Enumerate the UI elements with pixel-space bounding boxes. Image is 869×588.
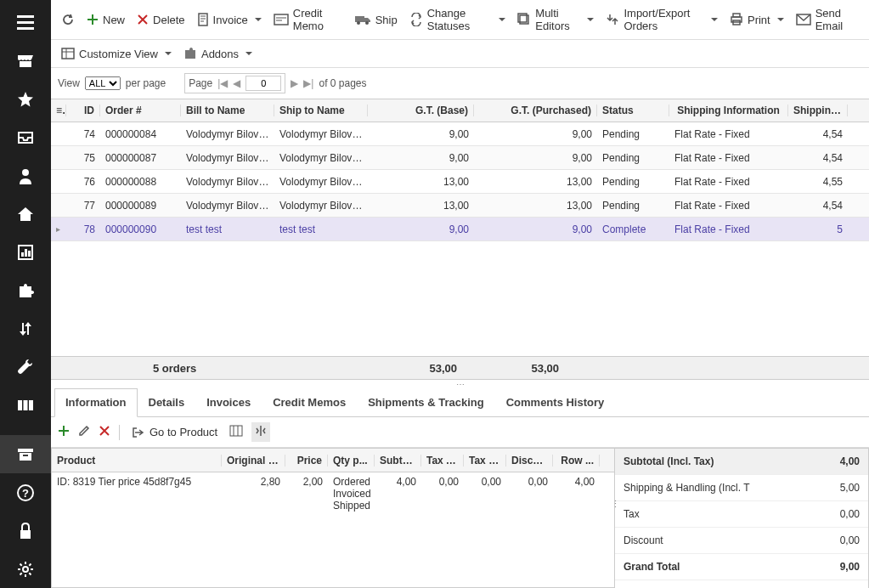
bottom-panels: Product Original Pr... Price Qty p... Su… — [51, 448, 869, 588]
per-page-select[interactable]: ALL — [85, 76, 121, 90]
header-gtb[interactable]: G.T. (Base) — [368, 105, 474, 116]
tab-invoices[interactable]: Invoices — [195, 388, 262, 416]
table-row[interactable]: 76 000000088 Volodymyr Bilovus Volodymyr… — [51, 170, 869, 194]
tab-shipments[interactable]: Shipments & Tracking — [357, 388, 495, 416]
next-page-button[interactable]: ▶ — [291, 77, 298, 89]
refresh-button[interactable] — [58, 11, 78, 28]
header-shipinfo[interactable]: Shipping Information — [669, 105, 788, 116]
change-statuses-button[interactable]: Change Statuses — [406, 5, 510, 34]
first-page-button[interactable]: |◀ — [217, 77, 228, 89]
footer-gtb: 53,00 — [274, 362, 457, 375]
chart-icon[interactable] — [0, 233, 51, 271]
header-status[interactable]: Status — [597, 105, 669, 116]
puzzle-icon[interactable] — [0, 271, 51, 309]
ship-button[interactable]: Ship — [351, 12, 401, 28]
svg-rect-9 — [24, 400, 28, 410]
ship-label: Ship — [375, 14, 398, 26]
svg-rect-5 — [21, 252, 24, 257]
star-icon[interactable] — [0, 80, 51, 118]
tab-comments[interactable]: Comments History — [495, 388, 616, 416]
menu-icon[interactable] — [0, 3, 51, 42]
new-button[interactable]: New — [83, 12, 128, 28]
header-order[interactable]: Order # — [100, 105, 181, 116]
delete-line-button[interactable] — [99, 425, 110, 439]
inbox-icon[interactable] — [0, 118, 51, 156]
header-gtp[interactable]: G.T. (Purchased) — [474, 105, 597, 116]
help-icon[interactable]: ? — [0, 473, 51, 512]
table-row[interactable]: ▸ 78 000000090 test test test test 9,00 … — [51, 218, 869, 241]
orders-grid-header: ≡ ID Order # Bill to Name Ship to Name G… — [51, 99, 869, 122]
add-line-button[interactable] — [58, 425, 70, 439]
table-row[interactable]: 74 000000084 Volodymyr Bilovus Volodymyr… — [51, 122, 869, 146]
delete-label: Delete — [153, 14, 185, 26]
page-input[interactable] — [245, 76, 281, 91]
edit-line-button[interactable] — [78, 425, 90, 439]
import-export-button[interactable]: Import/Export Orders — [602, 5, 721, 34]
multi-editors-label: Multi Editors — [535, 7, 580, 32]
customize-view-label: Customize View — [79, 48, 158, 60]
header-ship[interactable]: Ship to Name — [274, 105, 368, 116]
line-ta: 0,00 — [421, 476, 464, 488]
svg-rect-18 — [199, 14, 207, 25]
tab-credit-memos[interactable]: Credit Memos — [262, 388, 357, 416]
user-icon[interactable] — [0, 156, 51, 195]
col-qty[interactable]: Qty p... — [328, 455, 375, 466]
header-shipcost[interactable]: Shipping ... — [788, 105, 848, 116]
tab-details[interactable]: Details — [138, 388, 196, 416]
line-sub: 4,00 — [375, 476, 421, 488]
addons-button[interactable]: Addons — [180, 45, 256, 62]
tax-label: Tax — [624, 508, 640, 520]
columns-icon[interactable] — [0, 386, 51, 424]
print-button[interactable]: Print — [726, 11, 787, 28]
lock-icon[interactable] — [0, 512, 51, 550]
col-original-price[interactable]: Original Pr... — [222, 455, 285, 466]
goto-product-button[interactable]: Go to Product — [128, 424, 221, 440]
left-sidebar: ? — [0, 0, 51, 588]
table-row[interactable]: 77 000000089 Volodymyr Bilovus Volodymyr… — [51, 194, 869, 218]
col-product[interactable]: Product — [52, 455, 222, 466]
prev-page-button[interactable]: ◀ — [233, 77, 240, 89]
subtotal-label: Subtotal (Incl. Tax) — [624, 455, 714, 467]
header-bill[interactable]: Bill to Name — [181, 105, 274, 116]
col-discount[interactable]: Disco... — [506, 455, 553, 466]
delete-button[interactable]: Delete — [133, 12, 189, 28]
page-label: Page — [189, 77, 212, 89]
totals-panel: Subtotal (Incl. Tax)4,00 Shipping & Hand… — [614, 448, 869, 588]
home-icon[interactable] — [0, 195, 51, 233]
store-icon[interactable] — [0, 42, 51, 80]
svg-rect-10 — [29, 400, 33, 410]
header-indicator: ≡ — [51, 105, 66, 116]
svg-point-21 — [357, 21, 360, 25]
columns-button[interactable] — [229, 425, 243, 439]
col-price[interactable]: Price — [285, 455, 328, 466]
credit-memo-button[interactable]: Credit Memo — [270, 5, 346, 34]
horizontal-splitter[interactable]: ⋯ — [51, 380, 869, 388]
table-row[interactable]: 75 000000087 Volodymyr Bilovus Volodymyr… — [51, 146, 869, 170]
multi-editors-button[interactable]: Multi Editors — [514, 5, 597, 34]
col-tax-amount[interactable]: Tax A... — [421, 455, 464, 466]
header-id[interactable]: ID — [66, 105, 100, 116]
tab-information[interactable]: Information — [54, 388, 138, 417]
svg-rect-8 — [18, 400, 22, 410]
col-tax-percent[interactable]: Tax P... — [464, 455, 506, 466]
last-page-button[interactable]: ▶| — [303, 77, 313, 89]
invoice-label: Invoice — [213, 14, 248, 26]
footer-count: 5 orders — [51, 362, 274, 375]
col-subtotal[interactable]: Subto... — [375, 455, 421, 466]
tax-value: 0,00 — [840, 508, 860, 520]
send-email-button[interactable]: Send Email — [793, 5, 862, 34]
discount-label: Discount — [624, 534, 663, 546]
gear-icon[interactable] — [0, 550, 51, 588]
transfer-icon[interactable] — [0, 309, 51, 348]
split-button[interactable] — [251, 422, 270, 442]
line-row[interactable]: ID: 8319 Tier price 45d8f7g45 2,80 2,00 … — [52, 472, 614, 512]
pagination-row: View ALL per page Page |◀ ◀ ▶ ▶| of 0 pa… — [51, 68, 869, 99]
wrench-icon[interactable] — [0, 348, 51, 386]
invoice-button[interactable]: Invoice — [194, 11, 265, 28]
col-row-total[interactable]: Row ... — [553, 455, 600, 466]
addons-label: Addons — [201, 48, 239, 60]
archive-icon[interactable] — [0, 435, 51, 473]
customize-view-button[interactable]: Customize View — [58, 45, 175, 62]
svg-rect-30 — [230, 426, 242, 436]
orders-grid-footer: 5 orders 53,00 53,00 — [51, 356, 869, 380]
